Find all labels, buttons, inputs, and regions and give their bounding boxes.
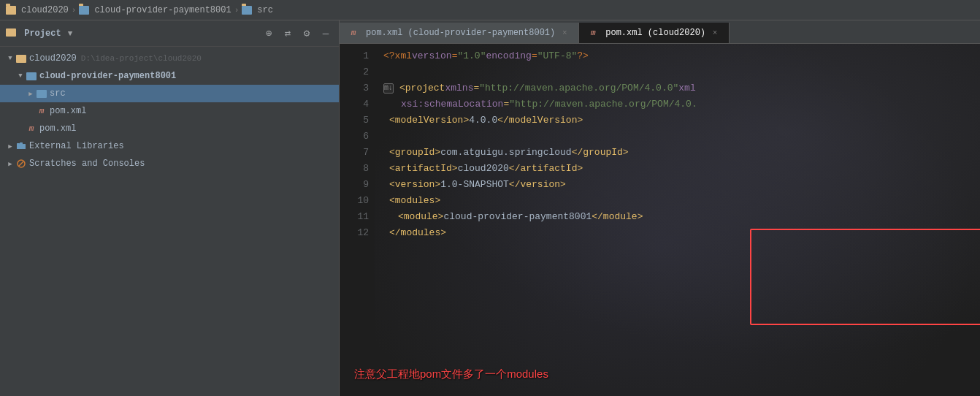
line-num-5: 5: [340, 113, 369, 129]
folder-icon-src: [242, 6, 252, 15]
tab-pom-cloud[interactable]: m pom.xml (cloud2020) ×: [579, 23, 730, 43]
sidebar-item-cloud2020[interactable]: ▼ cloud2020 D:\idea-project\cloud2020: [0, 50, 339, 67]
pom-child-label: pom.xml: [50, 106, 86, 116]
line-num-10: 10: [340, 193, 369, 209]
tab-label-payment: pom.xml (cloud-provider-payment8001): [366, 28, 555, 38]
breadcrumb-sep1: ›: [72, 6, 77, 15]
breadcrumb-item-cloud2020[interactable]: cloud2020: [6, 5, 69, 15]
tab-bar: m pom.xml (cloud-provider-payment8001) ×…: [340, 20, 980, 44]
tree-arrow-src: ▶: [26, 89, 35, 98]
ext-libs-label: External Libraries: [29, 141, 124, 151]
fold-indicator-3[interactable]: m↓: [383, 80, 397, 96]
maven-icon-pom-child: m: [37, 106, 47, 116]
src-label: src: [50, 88, 66, 99]
maven-icon-pom-root: m: [26, 123, 37, 134]
breadcrumb-item-src[interactable]: src: [242, 5, 273, 15]
tab-maven-icon-cloud: m: [588, 28, 598, 38]
line-num-7: 7: [340, 145, 369, 161]
svg-rect-2: [23, 144, 26, 149]
code-line-11: <module>cloud-provider-payment8001</modu…: [383, 209, 980, 225]
cloud2020-folder-icon: [16, 55, 26, 63]
xml-pi: <?xml: [383, 48, 412, 64]
code-line-7: <groupId>com.atguigu.springcloud</groupI…: [383, 145, 980, 161]
folder-icon-blue: [79, 6, 89, 15]
editor-area: m pom.xml (cloud-provider-payment8001) ×…: [340, 20, 980, 396]
collapse-button[interactable]: ⇄: [280, 26, 295, 41]
tree-arrow-cloud2020: ▼: [6, 54, 15, 63]
src-folder-icon: [37, 90, 47, 98]
breadcrumb-item-payment[interactable]: cloud-provider-payment8001: [79, 5, 231, 15]
tree-arrow-scratches: ▶: [6, 159, 15, 168]
code-line-1: <?xml version="1.0" encoding="UTF-8"?>: [383, 48, 980, 64]
sidebar-item-pom-child[interactable]: m pom.xml: [0, 102, 339, 120]
annotation-box: 注意父工程地pom文件多了一个modules: [354, 368, 548, 381]
tree-arrow-ext-libs: ▶: [6, 142, 15, 151]
code-line-12: </modules>: [383, 225, 980, 241]
sidebar-item-src[interactable]: ▶ src: [0, 85, 339, 102]
breadcrumb-label-src: src: [257, 5, 273, 15]
line-num-3: 3: [340, 80, 369, 96]
svg-line-4: [19, 161, 23, 166]
code-line-4: xsi:schemaLocation="http://maven.apache.…: [383, 96, 980, 113]
tab-label-cloud: pom.xml (cloud2020): [605, 28, 705, 38]
breadcrumb-label-payment: cloud-provider-payment8001: [94, 5, 231, 15]
folder-icon: [6, 6, 16, 15]
code-line-6: [383, 129, 980, 145]
sidebar: Project ▼ ⊕ ⇄ ⚙ — ▼ cloud2020 D:\idea-pr…: [0, 20, 340, 396]
tab-close-payment[interactable]: ×: [559, 28, 570, 38]
settings-button[interactable]: ⚙: [299, 26, 314, 41]
breadcrumb-bar: cloud2020 › cloud-provider-payment8001 ›…: [0, 0, 980, 20]
ext-libs-icon: [16, 141, 26, 151]
scratches-label: Scratches and Consoles: [29, 159, 145, 169]
line-num-6: 6: [340, 129, 369, 145]
editor-content: 1 2 3 4 5 6 7 8 9 10 11 12 <?xml version…: [340, 44, 980, 396]
locate-button[interactable]: ⊕: [261, 26, 276, 41]
payment8001-label: cloud-provider-payment8001: [39, 71, 176, 81]
line-num-12: 12: [340, 225, 369, 241]
code-line-3: m↓ <project xmlns="http://maven.apache.o…: [383, 80, 980, 96]
sidebar-item-payment8001[interactable]: ▼ cloud-provider-payment8001: [0, 67, 339, 85]
main-layout: Project ▼ ⊕ ⇄ ⚙ — ▼ cloud2020 D:\idea-pr…: [0, 20, 980, 396]
project-folder-icon: [6, 28, 16, 37]
sidebar-item-scratches[interactable]: ▶ Scratches and Consoles: [0, 155, 339, 172]
svg-rect-0: [17, 143, 20, 149]
tree-arrow-payment8001: ▼: [16, 72, 25, 80]
cloud2020-label: cloud2020: [29, 53, 77, 64]
sidebar-item-pom-root[interactable]: m pom.xml: [0, 120, 339, 137]
svg-rect-1: [20, 142, 23, 149]
sidebar-toolbar: Project ▼ ⊕ ⇄ ⚙ —: [0, 20, 339, 47]
payment8001-folder-icon: [26, 72, 37, 80]
scratches-icon: [16, 159, 26, 169]
sidebar-tree: ▼ cloud2020 D:\idea-project\cloud2020 ▼ …: [0, 47, 339, 396]
pom-root-label: pom.xml: [39, 123, 76, 134]
tab-close-cloud[interactable]: ×: [710, 28, 720, 38]
sidebar-item-ext-libs[interactable]: ▶ External Libraries: [0, 137, 339, 155]
tab-pom-payment[interactable]: m pom.xml (cloud-provider-payment8001) ×: [340, 23, 579, 43]
line-num-2: 2: [340, 64, 369, 80]
code-line-2: [383, 64, 980, 80]
project-dropdown-arrow[interactable]: ▼: [68, 29, 73, 38]
breadcrumb-sep2: ›: [234, 6, 240, 15]
line-num-9: 9: [340, 177, 369, 193]
breadcrumb-label-cloud2020: cloud2020: [21, 5, 69, 15]
tab-maven-icon-payment: m: [348, 28, 359, 38]
minimize-button[interactable]: —: [318, 26, 333, 41]
line-num-1: 1: [340, 48, 369, 64]
code-line-10: <modules>: [383, 193, 980, 209]
line-num-4: 4: [340, 96, 369, 113]
line-numbers: 1 2 3 4 5 6 7 8 9 10 11 12: [340, 44, 375, 396]
code-line-9: <version>1.0-SNAPSHOT</version>: [383, 177, 980, 193]
line-num-8: 8: [340, 161, 369, 177]
code-area[interactable]: <?xml version="1.0" encoding="UTF-8"?> m…: [375, 44, 980, 396]
code-line-5: <modelVersion>4.0.0</modelVersion>: [383, 113, 980, 129]
cloud2020-path: D:\idea-project\cloud2020: [81, 54, 202, 63]
line-num-11: 11: [340, 209, 369, 225]
annotation-text: 注意父工程地pom文件多了一个modules: [354, 368, 548, 380]
sidebar-title: Project ▼: [6, 28, 257, 39]
code-line-8: <artifactId>cloud2020</artifactId>: [383, 161, 980, 177]
